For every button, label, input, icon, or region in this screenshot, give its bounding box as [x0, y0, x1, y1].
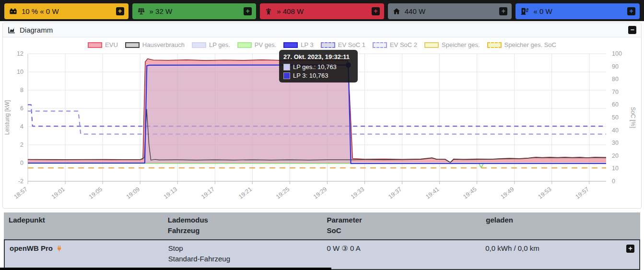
- legend-item-lp-3[interactable]: LP 3: [283, 41, 314, 48]
- svg-text:0: 0: [20, 160, 23, 166]
- panel-title: Diagramm: [20, 26, 53, 34]
- svg-text:19:37: 19:37: [387, 186, 403, 200]
- svg-text:19:21: 19:21: [237, 186, 253, 200]
- legend-item-ev-soc-2[interactable]: EV SoC 2: [373, 41, 417, 48]
- cell-parameter: 0 W ③ 0 A: [322, 243, 481, 264]
- solar-panel-icon: [137, 7, 146, 15]
- svg-text:10: 10: [612, 165, 619, 172]
- legend-label: Speicher ges.: [442, 41, 480, 48]
- legend-swatch: [237, 42, 252, 48]
- chart-legend: EVUHausverbrauchLP ges.PV ges.LP 3EV SoC…: [3, 41, 641, 49]
- svg-text:70: 70: [612, 89, 619, 95]
- legend-item-lp-ges-[interactable]: LP ges.: [192, 41, 230, 48]
- svg-text:19:25: 19:25: [275, 186, 291, 200]
- header-lademodus: Lademodus Fahrzeug: [163, 215, 322, 236]
- pv-add-button[interactable]: +: [244, 7, 252, 15]
- svg-text:19:49: 19:49: [499, 186, 515, 200]
- diagram-panel: Diagramm − EVUHausverbrauchLP ges.PV ges…: [2, 23, 642, 209]
- status-box-chargepoint-label: « 0 W: [533, 7, 552, 15]
- legend-item-speicher-ges-[interactable]: Speicher ges.: [424, 41, 480, 48]
- svg-text:8: 8: [20, 87, 23, 94]
- svg-text:6: 6: [20, 105, 23, 112]
- svg-text:80: 80: [612, 76, 619, 82]
- svg-text:19:01: 19:01: [50, 186, 66, 200]
- svg-text:19:57: 19:57: [574, 186, 590, 200]
- chart-canvas[interactable]: 18:5719:0119:0519:0919:1319:1719:2119:25…: [3, 49, 641, 208]
- legend-swatch: [373, 42, 387, 48]
- svg-text:18:57: 18:57: [13, 186, 29, 200]
- diagram-collapse-button[interactable]: −: [628, 26, 636, 34]
- svg-text:60: 60: [612, 101, 619, 108]
- car-battery-icon: [9, 7, 18, 15]
- legend-swatch: [125, 42, 140, 48]
- legend-item-ev-soc-1[interactable]: EV SoC 1: [321, 41, 365, 48]
- svg-text:0: 0: [612, 178, 615, 185]
- status-box-grid-label: » 408 W: [277, 7, 304, 15]
- legend-swatch: [487, 42, 502, 48]
- legend-label: Speicher ges. SoC: [504, 41, 556, 48]
- legend-label: EVU: [105, 41, 118, 48]
- table-row[interactable]: openWB Pro Stop Standard-Fahrzeug 0 W ③ …: [4, 239, 640, 270]
- svg-text:19:53: 19:53: [537, 186, 552, 200]
- window-edge: [0, 268, 331, 270]
- status-box-grid[interactable]: » 408 W +: [260, 3, 384, 19]
- svg-text:4: 4: [20, 123, 23, 130]
- legend-label: LP ges.: [209, 41, 230, 48]
- status-bar: 10 % « 0 W + » 32 W + » 408 W + 440 W +: [0, 0, 644, 21]
- chargepoint-add-button[interactable]: +: [627, 7, 635, 15]
- status-box-battery-label: 10 % « 0 W: [22, 7, 59, 15]
- svg-text:50: 50: [612, 114, 619, 121]
- cell-chargepoint-name: openWB Pro: [5, 243, 164, 264]
- battery-add-button[interactable]: +: [116, 7, 124, 15]
- diagram-svg[interactable]: 18:5719:0119:0519:0919:1319:1719:2119:25…: [3, 49, 642, 206]
- svg-text:19:09: 19:09: [125, 186, 141, 200]
- svg-text:19:41: 19:41: [424, 186, 440, 200]
- chart-area-icon: [8, 26, 16, 34]
- svg-text:30: 30: [612, 140, 619, 146]
- status-box-pv[interactable]: » 32 W +: [132, 3, 257, 19]
- diagram-panel-header: Diagramm −: [3, 23, 641, 37]
- legend-swatch: [321, 42, 335, 48]
- svg-text:100: 100: [612, 50, 622, 57]
- svg-text:20: 20: [612, 153, 619, 159]
- svg-text:19:45: 19:45: [462, 186, 478, 200]
- legend-item-speicher-ges-soc[interactable]: Speicher ges. SoC: [487, 41, 556, 48]
- header-geladen: geladen: [481, 215, 640, 236]
- legend-swatch: [192, 42, 206, 48]
- chargepoint-table: Ladepunkt Lademodus Fahrzeug Parameter S…: [4, 212, 640, 270]
- svg-text:19:33: 19:33: [350, 186, 365, 200]
- status-box-house[interactable]: 440 W +: [388, 3, 512, 19]
- svg-text:Leistung [kW]: Leistung [kW]: [4, 100, 11, 135]
- svg-text:19:29: 19:29: [312, 186, 328, 200]
- legend-swatch: [88, 42, 102, 48]
- legend-item-evu[interactable]: EVU: [88, 41, 118, 48]
- legend-swatch: [424, 42, 439, 48]
- row-expand-button[interactable]: +: [626, 245, 634, 253]
- house-add-button[interactable]: +: [499, 7, 507, 15]
- grid-add-button[interactable]: +: [372, 7, 380, 15]
- transmission-tower-icon: [264, 7, 273, 15]
- plug-icon: [56, 245, 63, 252]
- svg-text:SoC [%]: SoC [%]: [630, 107, 636, 128]
- status-box-house-label: 440 W: [405, 7, 425, 15]
- legend-label: Hausverbrauch: [142, 41, 185, 48]
- legend-label: LP 3: [301, 41, 314, 48]
- svg-text:19:13: 19:13: [163, 186, 178, 200]
- header-parameter: Parameter SoC: [322, 215, 481, 236]
- charging-station-icon: [520, 7, 529, 15]
- svg-text:90: 90: [612, 63, 619, 70]
- legend-item-hausverbrauch[interactable]: Hausverbrauch: [125, 41, 185, 48]
- svg-text:10: 10: [17, 69, 23, 75]
- svg-text:12: 12: [17, 50, 23, 57]
- status-box-chargepoint[interactable]: « 0 W +: [515, 3, 640, 19]
- legend-label: PV ges.: [255, 41, 277, 48]
- header-ladepunkt: Ladepunkt: [4, 215, 163, 236]
- home-icon: [392, 7, 401, 15]
- status-box-battery[interactable]: 10 % « 0 W +: [4, 3, 129, 19]
- legend-item-pv-ges-[interactable]: PV ges.: [237, 41, 277, 48]
- cell-lademodus: Stop Standard-Fahrzeug: [164, 243, 322, 264]
- table-header-row: Ladepunkt Lademodus Fahrzeug Parameter S…: [4, 212, 640, 239]
- svg-text:19:17: 19:17: [200, 186, 216, 200]
- legend-label: EV SoC 2: [390, 41, 417, 48]
- svg-text:40: 40: [612, 127, 619, 134]
